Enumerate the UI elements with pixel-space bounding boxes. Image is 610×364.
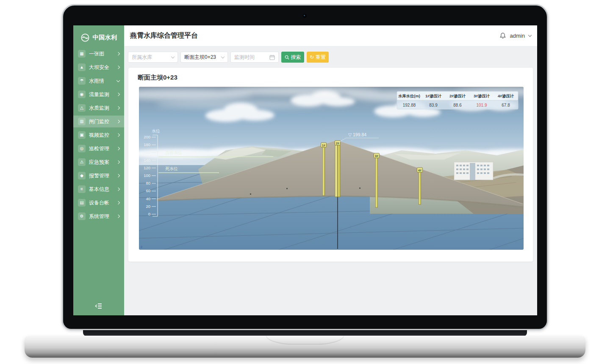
sidebar-item-label: 一张图	[89, 50, 117, 58]
svg-text:1#渗压计: 1#渗压计	[425, 94, 442, 98]
svg-text:140: 140	[144, 158, 150, 163]
sidebar-item-water-quality[interactable]: △水质监测	[73, 102, 124, 114]
sidebar-item-label: 应急预案	[89, 159, 117, 166]
sidebar-item-dam-safety[interactable]: ▲大坝安全	[73, 61, 124, 73]
sidebar-item-basic-info[interactable]: ≡基本信息	[73, 183, 124, 195]
svg-text:120: 120	[144, 165, 150, 170]
notification-bell-icon[interactable]	[499, 32, 506, 39]
svg-text:3#渗压计: 3#渗压计	[474, 94, 490, 98]
gauge-title: 水位	[152, 129, 160, 133]
select-chevron-icon	[221, 55, 225, 58]
alarm-manage-icon: ◆	[78, 172, 86, 179]
sidebar: 中国水利 ▦一张图▲大坝安全☂水雨情◉流量监测△水质监测▥闸门监控▣视频监控◎巡…	[73, 25, 124, 315]
app-logo[interactable]: 中国水利	[73, 33, 124, 42]
sidebar-item-flow-monitor[interactable]: ◉流量监测	[73, 88, 124, 100]
svg-text:4#渗压计: 4#渗压计	[498, 94, 514, 98]
chevron-right-icon	[116, 120, 120, 123]
svg-text:100: 100	[144, 173, 150, 178]
svg-text:20: 20	[146, 204, 150, 209]
sidebar-item-alarm-manage[interactable]: ◆报警管理	[73, 170, 124, 182]
flow-monitor-icon: ◉	[78, 91, 86, 98]
crest-elevation-value: ▽ 199.84	[348, 132, 366, 137]
device-ledger-icon: ▤	[78, 199, 86, 207]
gate-monitor-icon: ▥	[78, 118, 86, 125]
dead-water-level-label: 死水位	[165, 166, 178, 171]
monitor-time-placeholder: 监测时间	[234, 54, 269, 61]
svg-text:40: 40	[146, 196, 150, 201]
sidebar-item-gate-monitor[interactable]: ▥闸门监控	[73, 116, 124, 127]
axis-corner-mark: 2	[141, 245, 142, 248]
dam-cross-section-scene: 1# 2# 3#	[139, 87, 524, 250]
chevron-right-icon	[116, 215, 120, 218]
reset-icon: ↻	[310, 54, 314, 60]
sidebar-item-label: 报警管理	[89, 172, 117, 179]
section-panel: 断面主坝0+23	[128, 68, 533, 262]
logo-text: 中国水利	[93, 34, 117, 41]
monitor-time-input[interactable]: 监测时间	[230, 52, 279, 63]
panel-title: 断面主坝0+23	[138, 74, 177, 82]
search-icon	[285, 55, 289, 60]
sidebar-item-emergency-plan[interactable]: ⚠应急预案	[73, 156, 124, 168]
reset-button-label: 重置	[316, 54, 326, 61]
sidebar-item-map[interactable]: ▦一张图	[73, 48, 124, 60]
piezometer-label: 1#	[322, 144, 325, 147]
search-button[interactable]: 搜索	[281, 52, 304, 63]
emergency-plan-icon: ⚠	[78, 158, 86, 166]
svg-text:60: 60	[146, 188, 150, 193]
chevron-right-icon	[116, 133, 120, 137]
video-monitor-icon: ▣	[78, 131, 86, 139]
chevron-down-icon	[116, 78, 120, 82]
sidebar-item-label: 基本信息	[89, 186, 117, 193]
chevron-right-icon	[116, 106, 120, 110]
svg-text:2#渗压计: 2#渗压计	[449, 94, 466, 98]
system-manage-icon: ⚙	[78, 212, 86, 220]
svg-text:0: 0	[148, 212, 150, 216]
chevron-right-icon	[116, 52, 120, 55]
sidebar-menu: ▦一张图▲大坝安全☂水雨情◉流量监测△水质监测▥闸门监控▣视频监控◎巡检管理⚠应…	[73, 48, 124, 224]
svg-text:83.9: 83.9	[429, 103, 438, 108]
sidebar-item-video-monitor[interactable]: ▣视频监控	[73, 129, 124, 141]
inspection-icon: ◎	[78, 145, 86, 152]
calendar-icon	[269, 55, 275, 60]
svg-text:88.6: 88.6	[453, 103, 462, 108]
sidebar-item-rain[interactable]: ☂水雨情	[73, 75, 124, 87]
svg-text:200: 200	[144, 135, 150, 139]
svg-text:水库水位(m): 水库水位(m)	[398, 94, 420, 98]
dam-3d-viewport[interactable]: 1# 2# 3#	[139, 87, 524, 250]
sidebar-collapse-button[interactable]	[73, 303, 124, 311]
china-water-logo-icon	[80, 33, 90, 42]
sidebar-item-inspection[interactable]: ◎巡检管理	[73, 143, 124, 154]
reservoir-select[interactable]: 所属水库	[128, 52, 178, 63]
piezometer-label: 3#	[375, 154, 378, 157]
building	[454, 162, 493, 180]
chevron-right-icon	[116, 93, 120, 96]
map-icon: ▦	[78, 50, 86, 58]
top-bar: 燕霄水库综合管理平台 admin	[124, 25, 537, 47]
sidebar-item-system-manage[interactable]: ⚙系统管理	[73, 210, 124, 222]
app-screen: 中国水利 ▦一张图▲大坝安全☂水雨情◉流量监测△水质监测▥闸门监控▣视频监控◎巡…	[73, 25, 537, 315]
basic-info-icon: ≡	[78, 185, 86, 193]
svg-text:180: 180	[144, 142, 150, 147]
reset-button[interactable]: ↻ 重置	[307, 52, 329, 63]
user-menu-chevron-icon[interactable]	[528, 33, 532, 37]
rain-icon: ☂	[78, 77, 86, 85]
webcam-icon	[303, 14, 307, 18]
water-quality-icon: △	[78, 104, 86, 112]
chevron-right-icon	[116, 188, 120, 191]
sidebar-item-label: 水雨情	[89, 77, 117, 85]
piezometer-data-table: 水库水位(m) 1#渗压计 2#渗压计 3#渗压计 4#渗压计 192.88 8…	[397, 91, 518, 109]
chevron-right-icon	[116, 201, 120, 204]
chevron-right-icon	[116, 160, 120, 164]
dam-safety-icon: ▲	[78, 63, 86, 71]
page-title: 燕霄水库综合管理平台	[130, 31, 198, 40]
select-chevron-icon	[171, 55, 175, 58]
user-name[interactable]: admin	[510, 33, 525, 39]
sidebar-item-label: 流量监测	[89, 91, 117, 98]
svg-text:80: 80	[146, 181, 150, 185]
chevron-right-icon	[116, 66, 120, 69]
section-select[interactable]: 断面主坝0+23	[180, 52, 228, 63]
sidebar-item-device-ledger[interactable]: ▤设备台帐	[73, 197, 124, 209]
chevron-right-icon	[116, 174, 120, 177]
svg-text:192.88: 192.88	[403, 103, 416, 108]
piezometer-label: 4#	[418, 169, 421, 172]
